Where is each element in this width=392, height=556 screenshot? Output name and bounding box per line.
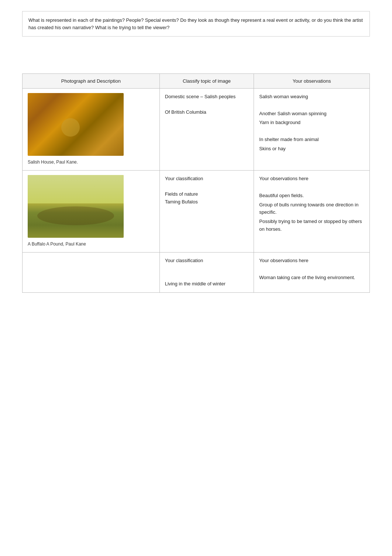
table-row: Salish House, Paul Kane.Domestic scene –… bbox=[23, 89, 370, 171]
header-col1: Photograph and Description bbox=[23, 74, 160, 89]
header-col3: Your observations bbox=[254, 74, 370, 89]
page-wrapper: What is represented in each of the paint… bbox=[0, 0, 392, 304]
row-1-obs-line-4: Possibly trying to be tamed or stopped b… bbox=[259, 218, 364, 233]
row-0-obs-line-0: Salish woman weaving bbox=[259, 93, 364, 101]
row-0-classify-cell: Domestic scene – Salish peoplesOf Britis… bbox=[159, 89, 254, 171]
row-1-classify-line-3: Taming Bufalos bbox=[165, 198, 249, 206]
intro-box: What is represented in each of the paint… bbox=[22, 11, 370, 37]
row-1-classify-line-0: Your classification bbox=[165, 175, 249, 183]
table-row: A Buffalo A Pound, Paul KaneYour classif… bbox=[23, 171, 370, 253]
row-1-image-inner bbox=[28, 175, 124, 238]
row-1-obs-line-2: Beautiful open fields. bbox=[259, 192, 364, 200]
row-1-classify-cell: Your classificationFields of natureTamin… bbox=[159, 171, 254, 253]
row-0-photo-cell: Salish House, Paul Kane. bbox=[23, 89, 160, 171]
row-0-image bbox=[28, 93, 124, 156]
row-2-photo-cell bbox=[23, 253, 160, 292]
spacer bbox=[22, 51, 370, 73]
row-2-classify-line-3: Living in the middle of winter bbox=[165, 280, 249, 288]
row-1-caption: A Buffalo A Pound, Paul Kane bbox=[28, 241, 154, 248]
row-0-observations-cell: Salish woman weavingAnother Salish woman… bbox=[254, 89, 370, 171]
row-0-classify-line-0: Domestic scene – Salish peoples bbox=[165, 93, 249, 101]
row-0-image-inner bbox=[28, 93, 124, 156]
intro-text: What is represented in each of the paint… bbox=[28, 17, 363, 30]
row-2-classify-cell: Your classificationLiving in the middle … bbox=[159, 253, 254, 292]
table-header-row: Photograph and Description Classify topi… bbox=[23, 74, 370, 89]
row-0-obs-line-2: Another Salish woman spinning bbox=[259, 110, 364, 118]
row-2-obs-line-2: Woman taking care of the living environm… bbox=[259, 274, 364, 282]
row-2-classify-line-0: Your classification bbox=[165, 257, 249, 265]
row-1-obs-line-0: Your observations here bbox=[259, 175, 364, 183]
row-0-caption: Salish House, Paul Kane. bbox=[28, 159, 154, 166]
row-0-classify-line-2: Of British Columbia bbox=[165, 109, 249, 116]
row-1-classify-line-2: Fields of nature bbox=[165, 191, 249, 198]
row-1-photo-cell: A Buffalo A Pound, Paul Kane bbox=[23, 171, 160, 253]
row-1-obs-line-3: Group of bulls running towards one direc… bbox=[259, 201, 364, 217]
row-0-obs-line-5: In shelter made from animal bbox=[259, 136, 364, 144]
table-row: Your classificationLiving in the middle … bbox=[23, 253, 370, 292]
row-0-obs-line-6: Skins or hay bbox=[259, 145, 364, 153]
main-table: Photograph and Description Classify topi… bbox=[22, 73, 370, 293]
row-2-obs-line-0: Your observations here bbox=[259, 257, 364, 265]
row-1-image bbox=[28, 175, 124, 238]
header-col2: Classify topic of image bbox=[159, 74, 254, 89]
row-2-observations-cell: Your observations hereWoman taking care … bbox=[254, 253, 370, 292]
row-1-observations-cell: Your observations hereBeautiful open fie… bbox=[254, 171, 370, 253]
row-0-obs-line-3: Yarn in background bbox=[259, 119, 364, 127]
